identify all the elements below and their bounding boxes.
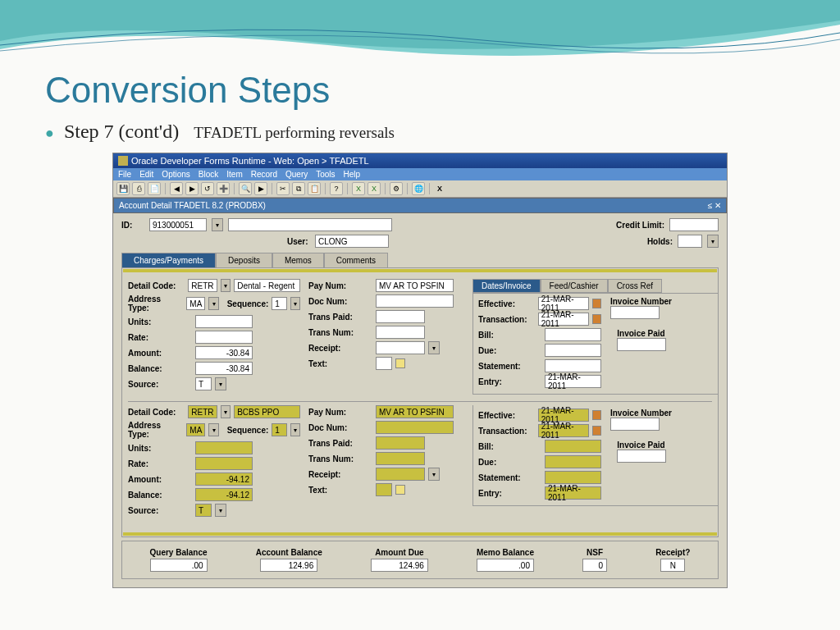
tb-xls2-icon[interactable]: X xyxy=(368,182,381,195)
address-type-input[interactable]: MA xyxy=(186,423,205,436)
calendar-icon[interactable] xyxy=(592,410,601,420)
receipt-dropdown-icon[interactable]: ▾ xyxy=(428,341,440,354)
rate-input[interactable] xyxy=(195,331,253,344)
right-tab-cross-ref[interactable]: Cross Ref xyxy=(608,279,662,293)
receipt-input[interactable] xyxy=(376,468,425,481)
pay-num-input[interactable]: MV AR TO PSFIN xyxy=(376,405,454,418)
tb-help-icon[interactable]: ? xyxy=(330,182,343,195)
calendar-icon[interactable] xyxy=(592,426,601,436)
bill-input[interactable] xyxy=(545,328,601,341)
tb-print-icon[interactable]: ⎙ xyxy=(132,182,145,195)
due-input[interactable] xyxy=(545,344,601,357)
sequence-dropdown-icon[interactable]: ▾ xyxy=(290,297,300,310)
transaction-input[interactable]: 21-MAR-2011 xyxy=(538,313,590,326)
doc-num-input[interactable] xyxy=(376,421,454,434)
detail-desc-input[interactable]: BCBS PPO xyxy=(234,405,300,418)
menu-options[interactable]: Options xyxy=(162,170,189,179)
id-dropdown-icon[interactable]: ▾ xyxy=(212,218,223,231)
tb-copy-icon[interactable]: ⧉ xyxy=(292,182,305,195)
menu-file[interactable]: File xyxy=(118,170,131,179)
amount-input[interactable]: -30.84 xyxy=(195,346,253,359)
text-input[interactable] xyxy=(376,357,392,370)
address-type-dropdown-icon[interactable]: ▾ xyxy=(208,297,218,310)
address-type-dropdown-icon[interactable]: ▾ xyxy=(208,423,218,436)
units-input[interactable] xyxy=(195,441,253,454)
trans-num-input[interactable] xyxy=(376,326,425,339)
tb-exec-icon[interactable]: ▶ xyxy=(254,182,267,195)
detail-code-input[interactable]: RETR xyxy=(188,279,217,292)
source-input[interactable]: T xyxy=(195,377,212,390)
text-input[interactable] xyxy=(376,483,392,496)
entry-input[interactable]: 21-MAR-2011 xyxy=(545,486,601,500)
transaction-input[interactable]: 21-MAR-2011 xyxy=(538,424,590,437)
invoice-paid-input[interactable] xyxy=(617,450,666,463)
invoice-paid-input[interactable] xyxy=(617,338,666,351)
tab-memos[interactable]: Memos xyxy=(272,253,324,267)
text-doc-icon[interactable] xyxy=(395,485,405,495)
entry-input[interactable]: 21-MAR-2011 xyxy=(545,375,601,388)
credit-limit-input[interactable] xyxy=(669,218,719,231)
source-dropdown-icon[interactable]: ▾ xyxy=(215,504,226,517)
source-input[interactable]: T xyxy=(195,504,212,517)
calendar-icon[interactable] xyxy=(592,299,601,308)
menu-tools[interactable]: Tools xyxy=(316,170,335,179)
statement-input[interactable] xyxy=(545,359,601,372)
calendar-icon[interactable] xyxy=(592,314,601,324)
units-input[interactable] xyxy=(195,315,253,328)
tb-save-icon[interactable]: 💾 xyxy=(116,182,130,195)
tb-misc-icon[interactable]: ⚙ xyxy=(390,182,403,195)
menu-query[interactable]: Query xyxy=(285,170,308,179)
subform-controls[interactable]: ≤ ✕ xyxy=(708,201,721,210)
receipt-input[interactable] xyxy=(376,341,425,354)
trans-num-input[interactable] xyxy=(376,452,425,465)
right-tab-dates-invoice[interactable]: Dates/Invoice xyxy=(472,279,541,293)
id-name-input[interactable] xyxy=(228,218,392,231)
invoice-number-input[interactable] xyxy=(610,418,660,431)
tb-xls-icon[interactable]: X xyxy=(352,182,365,195)
detail-code-dropdown-icon[interactable]: ▾ xyxy=(221,279,231,292)
menu-item[interactable]: Item xyxy=(226,170,242,179)
amount-input[interactable]: -94.12 xyxy=(195,472,253,486)
tab-charges-payments[interactable]: Charges/Payments xyxy=(121,253,216,267)
rate-input[interactable] xyxy=(195,457,253,470)
menu-help[interactable]: Help xyxy=(344,170,361,179)
effective-input[interactable]: 21-MAR-2011 xyxy=(538,297,590,310)
tb-query-icon[interactable]: 🔍 xyxy=(239,182,252,195)
detail-desc-input[interactable]: Dental - Regent xyxy=(234,279,300,292)
balance-input[interactable]: -30.84 xyxy=(195,362,253,375)
due-input[interactable] xyxy=(545,455,601,468)
bill-input[interactable] xyxy=(545,440,601,453)
right-tab-feed-cashier[interactable]: Feed/Cashier xyxy=(541,279,608,293)
sequence-input[interactable]: 1 xyxy=(272,297,286,310)
menu-record[interactable]: Record xyxy=(251,170,277,179)
detail-code-dropdown-icon[interactable]: ▾ xyxy=(221,405,231,418)
effective-input[interactable]: 21-MAR-2011 xyxy=(538,409,590,422)
sequence-input[interactable]: 1 xyxy=(272,423,286,436)
user-input[interactable]: CLONG xyxy=(315,235,389,248)
balance-input[interactable]: -94.12 xyxy=(195,488,253,501)
text-doc-icon[interactable] xyxy=(395,358,405,368)
doc-num-input[interactable] xyxy=(376,294,454,308)
tb-insert-icon[interactable]: ➕ xyxy=(217,182,230,195)
tb-globe-icon[interactable]: 🌐 xyxy=(412,182,425,195)
tb-close-icon[interactable]: X xyxy=(434,182,445,195)
tab-deposits[interactable]: Deposits xyxy=(216,253,272,267)
sequence-dropdown-icon[interactable]: ▾ xyxy=(290,423,300,436)
trans-paid-input[interactable] xyxy=(376,310,425,323)
tb-paste-icon[interactable]: 📋 xyxy=(308,182,321,195)
menu-edit[interactable]: Edit xyxy=(139,170,153,179)
menu-block[interactable]: Block xyxy=(199,170,218,179)
tb-next-icon[interactable]: ▶ xyxy=(185,182,199,195)
id-input[interactable]: 913000051 xyxy=(149,218,207,231)
source-dropdown-icon[interactable]: ▾ xyxy=(215,377,226,390)
holds-input[interactable] xyxy=(678,235,702,248)
tb-doc-icon[interactable]: 📄 xyxy=(148,182,161,195)
trans-paid-input[interactable] xyxy=(376,436,425,450)
tb-prev-icon[interactable]: ◀ xyxy=(170,182,183,195)
tb-cut-icon[interactable]: ✂ xyxy=(276,182,290,195)
statement-input[interactable] xyxy=(545,471,601,484)
tab-comments[interactable]: Comments xyxy=(324,253,388,267)
holds-dropdown-icon[interactable]: ▾ xyxy=(707,235,719,248)
receipt-dropdown-icon[interactable]: ▾ xyxy=(428,468,440,481)
detail-code-input[interactable]: RETR xyxy=(188,405,217,418)
